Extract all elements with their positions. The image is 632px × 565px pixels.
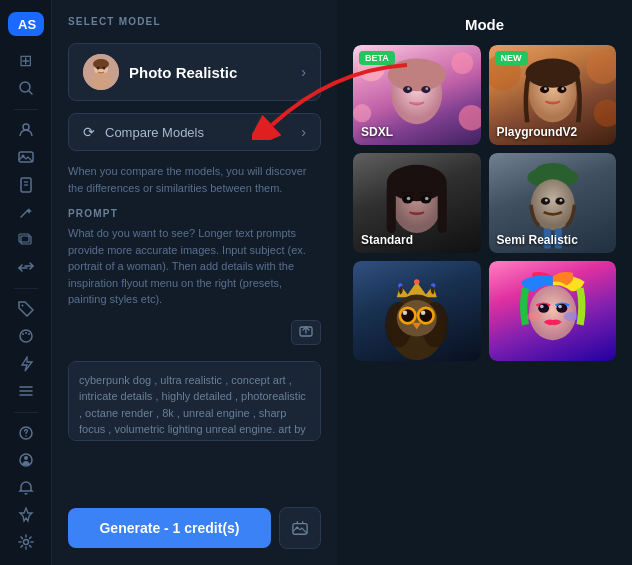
- mode-card-owl[interactable]: [353, 261, 481, 361]
- prompt-input[interactable]: cyberpunk dog , ultra realistic , concep…: [68, 361, 321, 441]
- svg-point-38: [451, 52, 473, 74]
- mode-row-1: Beta SDXL: [353, 45, 616, 145]
- svg-point-63: [425, 197, 429, 201]
- svg-point-24: [24, 456, 28, 460]
- select-model-label: SELECT MODEL: [68, 16, 321, 31]
- svg-point-83: [419, 309, 432, 322]
- svg-point-17: [28, 333, 30, 335]
- compare-label: Compare Models: [105, 125, 291, 140]
- svg-point-16: [25, 332, 27, 334]
- svg-point-84: [403, 311, 408, 316]
- svg-point-91: [527, 312, 542, 321]
- compare-icon: ⟳: [83, 124, 95, 140]
- app-logo: AS: [8, 12, 44, 36]
- content-wrapper: SELECT MODEL Photo Realistic › ⟳ Compare…: [52, 0, 632, 565]
- svg-point-70: [559, 199, 562, 202]
- standard-label: Standard: [361, 233, 413, 247]
- compare-models-button[interactable]: ⟳ Compare Models ›: [68, 113, 321, 151]
- model-selector[interactable]: Photo Realistic ›: [68, 43, 321, 101]
- svg-point-55: [561, 87, 564, 90]
- prompt-label: PROMPT: [68, 208, 321, 219]
- svg-point-54: [544, 87, 547, 90]
- svg-point-13: [21, 304, 23, 306]
- svg-point-87: [538, 304, 549, 313]
- arrows-icon[interactable]: [10, 256, 42, 277]
- svg-point-90: [558, 305, 562, 309]
- palette-icon[interactable]: [10, 326, 42, 347]
- compare-info-text: When you compare the models, you will di…: [68, 163, 321, 196]
- svg-point-92: [563, 312, 578, 321]
- svg-point-69: [545, 199, 548, 202]
- bell-icon[interactable]: [10, 477, 42, 498]
- sidebar: AS ⊞: [0, 0, 52, 565]
- svg-point-48: [586, 51, 616, 84]
- svg-rect-58: [387, 183, 396, 233]
- svg-point-65: [534, 163, 570, 181]
- divider-1: [14, 109, 38, 110]
- svg-point-25: [23, 540, 28, 545]
- settings-icon[interactable]: [10, 532, 42, 553]
- semirealistic-label: Semi Realistic: [497, 233, 578, 247]
- left-panel: SELECT MODEL Photo Realistic › ⟳ Compare…: [52, 0, 337, 565]
- svg-point-4: [23, 124, 29, 130]
- mode-card-colorful[interactable]: [489, 261, 617, 361]
- question-icon[interactable]: [10, 422, 42, 443]
- person-icon[interactable]: [10, 119, 42, 140]
- user-icon[interactable]: [10, 450, 42, 471]
- mode-card-standard[interactable]: Standard: [353, 153, 481, 253]
- svg-point-29: [93, 59, 109, 69]
- search-icon[interactable]: [10, 77, 42, 98]
- svg-rect-59: [438, 183, 447, 233]
- svg-point-40: [459, 105, 481, 131]
- generate-button[interactable]: Generate - 1 credit(s): [68, 508, 271, 548]
- lightning-icon[interactable]: [10, 353, 42, 374]
- layers-icon[interactable]: [10, 229, 42, 250]
- svg-point-82: [401, 309, 414, 322]
- divider-3: [14, 412, 38, 413]
- image-icon[interactable]: [10, 147, 42, 168]
- sdxl-beta-badge: Beta: [359, 51, 395, 65]
- document-icon[interactable]: [10, 174, 42, 195]
- list-icon[interactable]: [10, 380, 42, 401]
- prompt-description: What do you want to see? Longer text pro…: [68, 225, 321, 308]
- model-chevron-icon: ›: [301, 64, 306, 80]
- bottom-actions: Generate - 1 credit(s): [68, 507, 321, 549]
- mode-card-playgroundv2[interactable]: New PlaygroundV2: [489, 45, 617, 145]
- mode-title: Mode: [353, 16, 616, 33]
- image-reference-button[interactable]: [279, 507, 321, 549]
- playground-new-badge: New: [495, 51, 528, 65]
- svg-point-39: [353, 104, 371, 122]
- svg-point-31: [97, 67, 100, 70]
- compare-chevron-icon: ›: [301, 124, 306, 140]
- pin-icon[interactable]: [10, 504, 42, 525]
- mode-row-2: Standard: [353, 153, 616, 253]
- mode-card-sdxl[interactable]: Beta SDXL: [353, 45, 481, 145]
- svg-line-3: [29, 91, 32, 94]
- divider-2: [14, 288, 38, 289]
- image-upload-button[interactable]: [291, 320, 321, 345]
- svg-point-88: [556, 304, 567, 313]
- playground-label: PlaygroundV2: [497, 125, 578, 139]
- svg-point-22: [25, 435, 27, 437]
- svg-point-45: [407, 87, 410, 90]
- svg-point-15: [22, 333, 24, 335]
- sdxl-label: SDXL: [361, 125, 393, 139]
- right-panel: Mode: [337, 0, 632, 565]
- model-avatar: [83, 54, 119, 90]
- svg-point-30: [91, 72, 111, 88]
- svg-text:AS: AS: [18, 17, 36, 32]
- svg-point-62: [407, 197, 411, 201]
- mode-card-semirealistic[interactable]: Semi Realistic: [489, 153, 617, 253]
- mode-row-3: [353, 261, 616, 361]
- prompt-toolbar: [68, 320, 321, 345]
- svg-point-85: [421, 311, 426, 316]
- prompt-section: PROMPT What do you want to see? Longer t…: [68, 208, 321, 308]
- svg-point-49: [593, 100, 616, 127]
- grid-icon[interactable]: ⊞: [10, 50, 42, 71]
- svg-point-89: [540, 305, 544, 309]
- model-name: Photo Realistic: [129, 64, 291, 81]
- tag-icon[interactable]: [10, 298, 42, 319]
- svg-point-73: [414, 279, 419, 284]
- svg-point-42: [388, 59, 446, 92]
- wand-icon[interactable]: [10, 201, 42, 222]
